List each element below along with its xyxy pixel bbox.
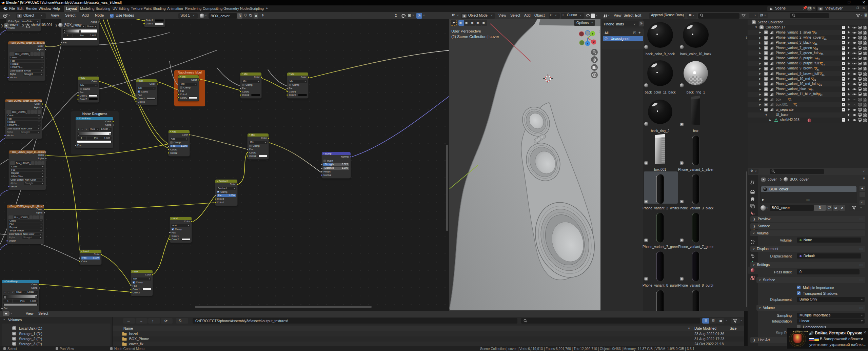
svg-text:Z: Z bbox=[587, 42, 589, 45]
svg-text:X: X bbox=[593, 41, 595, 44]
svg-text:Y: Y bbox=[592, 32, 594, 35]
